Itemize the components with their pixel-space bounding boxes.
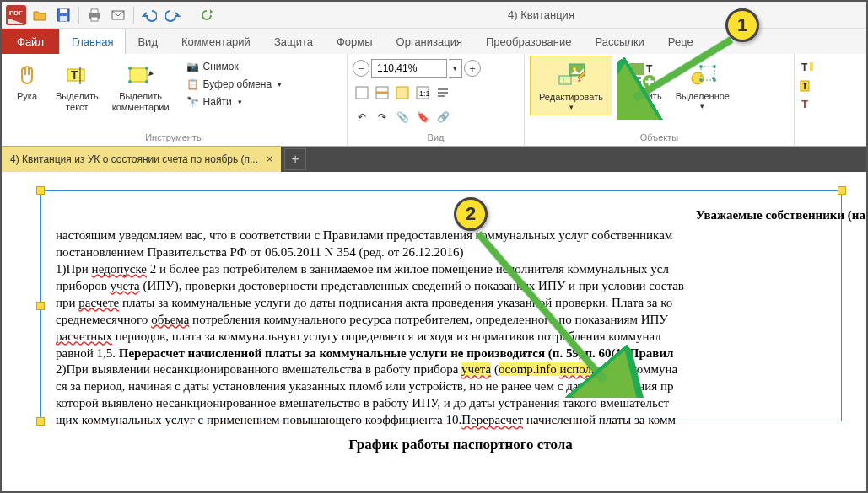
doc-line: настоящим уведомляем вас, что в соответс… [56, 228, 865, 244]
doc-line: 2)При выявлении несанкционированного вме… [56, 362, 865, 378]
rotate-left-icon[interactable]: ↶ [353, 108, 371, 126]
svg-text:PDF: PDF [9, 9, 23, 17]
fit-page-icon[interactable] [353, 83, 371, 102]
refresh-icon[interactable] [196, 4, 218, 26]
snapshot-button[interactable]: 📷Снимок [183, 59, 286, 74]
svg-rect-29 [629, 85, 638, 88]
doc-line: при расчете платы за коммунальные услуги… [56, 295, 865, 312]
tab-view[interactable]: Вид [126, 29, 170, 54]
mail-icon[interactable] [107, 4, 129, 26]
select-comments-button[interactable]: Выделить комментарии [107, 56, 175, 115]
save-icon[interactable] [52, 4, 74, 26]
add-object-button[interactable]: T Добавить ▾ [616, 56, 667, 114]
edit-object-button[interactable]: T Редактировать ▾ [530, 56, 612, 115]
tab-main[interactable]: Главная [59, 29, 126, 54]
app-icon: PDF [5, 4, 27, 26]
clipboard-label: Буфер обмена [203, 78, 272, 90]
reflow-icon[interactable] [434, 83, 452, 102]
selected-object-icon [689, 62, 716, 89]
tab-convert[interactable]: Преобразование [474, 29, 584, 54]
doc-line: приборов учета (ИПУ), проверки достоверн… [56, 278, 865, 295]
objects-group-label: Объекты [530, 131, 789, 144]
find-button[interactable]: 🔭Найти▾ [183, 94, 286, 110]
attachment-icon[interactable]: 📎 [393, 108, 412, 126]
undo-icon[interactable] [138, 4, 160, 26]
svg-text:T: T [801, 98, 808, 110]
add-object-icon: T [628, 62, 655, 89]
doc-line: которой выявлено несанкционированное вме… [56, 395, 865, 412]
document-tab-bar: 4) Квитанция из УК о состоянии счета по … [2, 147, 866, 172]
tab-organize[interactable]: Организация [385, 29, 474, 54]
tab-review[interactable]: Реце [656, 29, 705, 54]
close-icon[interactable]: × [267, 153, 272, 165]
print-icon[interactable] [84, 4, 105, 26]
ribbon: Рука T Выделить текст Выделить комментар… [2, 54, 866, 147]
selection-handle-sw[interactable] [36, 417, 45, 426]
fit-visible-icon[interactable] [393, 83, 412, 102]
add-tab-button[interactable]: + [284, 148, 306, 170]
hand-icon [13, 62, 40, 89]
zoom-out-button[interactable]: − [353, 60, 369, 77]
svg-rect-28 [629, 81, 641, 83]
clipboard-button[interactable]: 📋Буфер обмена▾ [183, 77, 286, 92]
doc-line: 1)При недопуске 2 и более раз потребител… [56, 261, 865, 278]
svg-rect-3 [60, 9, 67, 13]
svg-rect-27 [629, 77, 641, 79]
svg-rect-18 [396, 87, 408, 99]
svg-text:T: T [646, 63, 653, 75]
selection-handle-ne[interactable] [838, 186, 846, 195]
tab-mail[interactable]: Рассылки [583, 29, 655, 54]
svg-point-34 [713, 65, 716, 68]
svg-point-22 [573, 67, 576, 71]
clipboard-icon: 📋 [186, 78, 200, 91]
select-text-button[interactable]: T Выделить текст [51, 56, 104, 115]
open-icon[interactable] [29, 4, 51, 26]
tab-protect[interactable]: Защита [262, 29, 325, 54]
doc-line: среднемесячного объема потребления комму… [56, 312, 865, 329]
actual-size-icon[interactable]: 1:1 [413, 83, 432, 102]
tools-group-label: Инструменты [7, 131, 342, 144]
tab-forms[interactable]: Формы [325, 29, 385, 54]
bookmark-icon[interactable]: 🔖 [413, 108, 432, 126]
tool-3-icon[interactable]: T [800, 98, 813, 111]
select-comments-icon [127, 62, 154, 89]
svg-rect-25 [629, 63, 644, 75]
add-object-label: Добавить [621, 91, 662, 102]
rotate-right-icon[interactable]: ↷ [373, 108, 391, 126]
document-tab-title: 4) Квитанция из УК о состоянии счета по … [10, 153, 258, 165]
callout-2: 2 [454, 197, 488, 231]
svg-point-33 [699, 65, 703, 68]
doc-line: равной 1,5. Перерасчет начисленной платы… [56, 346, 865, 362]
svg-point-35 [699, 78, 703, 82]
svg-point-12 [128, 67, 132, 70]
zoom-dropdown[interactable]: ▾ [449, 59, 462, 78]
doc-subheading: График работы паспортного стола [56, 436, 865, 455]
selected-object-label: Выделенное [676, 91, 730, 102]
link-icon[interactable]: 🔗 [434, 108, 452, 126]
window-title: 4) Квитанция [219, 8, 863, 21]
svg-rect-4 [60, 16, 67, 21]
svg-rect-6 [91, 9, 98, 13]
selection-handle-nw[interactable] [36, 186, 45, 195]
camera-icon: 📷 [186, 60, 200, 73]
svg-text:1:1: 1:1 [419, 89, 430, 98]
hand-tool-button[interactable]: Рука [7, 56, 47, 105]
zoom-input[interactable] [371, 59, 447, 78]
zoom-in-button[interactable]: + [464, 60, 481, 77]
tool-1-icon[interactable]: T [800, 61, 813, 74]
fit-width-icon[interactable] [373, 83, 391, 102]
tool-2-icon[interactable]: T [800, 79, 813, 93]
document-tab[interactable]: 4) Квитанция из УК о состоянии счета по … [2, 147, 281, 172]
svg-point-14 [128, 80, 132, 83]
svg-text:T: T [801, 62, 808, 73]
redo-icon[interactable] [162, 4, 184, 26]
selected-object-button[interactable]: Выделенное ▾ [671, 56, 735, 114]
svg-point-15 [145, 80, 148, 83]
tab-comment[interactable]: Комментарий [170, 29, 262, 54]
edit-object-icon: T [558, 63, 585, 90]
selection-handle-w[interactable] [36, 302, 45, 310]
select-comments-label: Выделить комментарии [112, 91, 170, 112]
tab-file[interactable]: Файл [2, 29, 59, 54]
doc-line: щих коммунальных услуг с применением пов… [56, 412, 865, 429]
doc-line: ся за период, начиная с даты установлени… [56, 378, 865, 395]
